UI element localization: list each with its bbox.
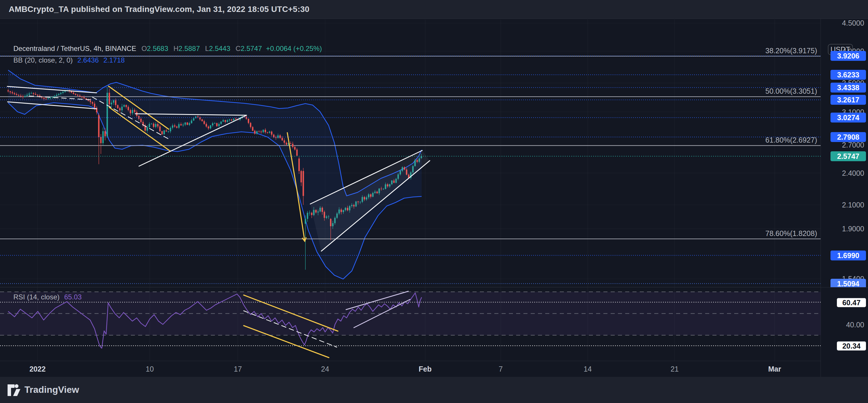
price-scale[interactable]: USDT 4.50004.00003.50003.10002.70002.400… [821, 19, 868, 287]
bb-upper-value: 2.6436 [78, 56, 99, 64]
footer-bar: TradingView [0, 377, 868, 403]
bb-legend-row[interactable]: BB (20, close, 2, 0)2.64362.1718 [13, 56, 125, 64]
alert-price-label: 1.6990 [831, 251, 866, 260]
time-axis-label: Mar [768, 365, 781, 373]
ohlc-letter: L [205, 45, 209, 52]
alert-price-label: 3.2617 [831, 95, 866, 105]
fib-level-label: 50.00%(3.3051) [765, 87, 817, 95]
rsi-legend-row[interactable]: RSI (14, close)65.03 [13, 293, 82, 301]
price-tick-label: 1.9000 [842, 225, 864, 233]
symbol-title: Decentraland / TetherUS, 4h, BINANCE [13, 45, 136, 52]
bb-indicator-label: BB (20, close, 2, 0) [13, 56, 73, 64]
symbol-legend-row[interactable]: Decentraland / TetherUS, 4h, BINANCEO2.5… [13, 45, 322, 53]
time-axis[interactable]: 2022101724Feb71421Mar [0, 361, 820, 377]
time-axis-label: 2022 [29, 365, 45, 373]
rsi-line-label: 60.47 [837, 298, 866, 307]
ohlc-letter: C [236, 45, 241, 52]
published-byline: AMBCrypto_TA published on TradingView.co… [9, 5, 309, 14]
price-tick-label: 2.4000 [842, 169, 864, 177]
alert-price-label: 2.7908 [831, 132, 866, 142]
fib-level-label: 61.80%(2.6927) [765, 136, 817, 144]
ohlc-letter: H [174, 45, 179, 52]
alert-price-label: 1.5094 [831, 279, 866, 287]
fib-level-label: 38.20%(3.9175) [765, 47, 817, 55]
time-axis-label: 21 [671, 365, 679, 373]
time-axis-label: 17 [234, 365, 242, 373]
tradingview-brand-text[interactable]: TradingView [24, 384, 79, 395]
time-axis-label: Feb [419, 365, 432, 373]
ohlc-letter: O [141, 45, 147, 52]
time-axis-label: 14 [584, 365, 592, 373]
rsi-line-label: 20.34 [837, 342, 866, 351]
bb-lower-value: 2.1718 [103, 56, 125, 64]
tradingview-logo-icon[interactable] [7, 384, 23, 397]
ohlc-value: 2.5887 [179, 45, 200, 52]
time-axis-label: 24 [321, 365, 329, 373]
tradingview-published-chart: AMBCrypto_TA published on TradingView.co… [0, 0, 868, 403]
ohlc-value: 2.5683 [147, 45, 168, 52]
ohlc-value: 2.5443 [209, 45, 230, 52]
rsi-scale[interactable]: 60.4740.0020.34 [821, 287, 868, 361]
chart-plot-area[interactable]: Decentraland / TetherUS, 4h, BINANCEO2.5… [0, 19, 820, 377]
chart-canvas[interactable] [0, 19, 820, 377]
fib-level-label: 78.60%(1.8208) [765, 229, 817, 238]
ohlc-value: 2.5747 [241, 45, 262, 52]
price-tick-label: 40.00 [846, 320, 864, 329]
alert-price-label: 3.0274 [831, 113, 866, 122]
price-tick-label: 2.1000 [842, 200, 864, 209]
change-value: +0.0064 (+0.25%) [266, 45, 322, 52]
publish-header: AMBCrypto_TA published on TradingView.co… [0, 0, 868, 19]
rsi-indicator-label: RSI (14, close) [13, 293, 60, 301]
time-axis-label: 10 [146, 365, 154, 373]
alert-price-label: 3.6233 [831, 70, 866, 80]
current-price-label: 2.5747 [831, 151, 866, 161]
rsi-value: 65.03 [64, 293, 82, 301]
price-scale-column[interactable]: USDT 4.50004.00003.50003.10002.70002.400… [820, 19, 868, 377]
price-tick-label: 4.5000 [842, 19, 864, 27]
time-axis-label: 7 [499, 365, 503, 373]
alert-price-label: 3.9206 [831, 51, 866, 61]
alert-price-label: 3.4338 [831, 83, 866, 92]
